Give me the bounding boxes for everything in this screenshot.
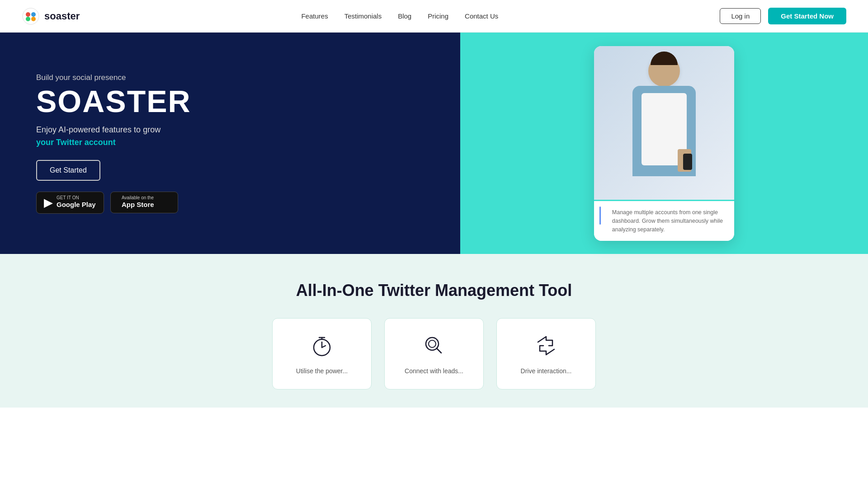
login-button[interactable]: Log in [720, 8, 761, 24]
hero-info-bar [599, 206, 601, 225]
svg-point-1 [26, 12, 30, 17]
feature-card-schedule: Utilise the power... [272, 318, 372, 389]
app-store-button[interactable]: Available on the App Store [110, 192, 178, 213]
hero-cta-button[interactable]: Get Started [36, 160, 100, 181]
store-buttons: ▶ GET IT ON Google Play Available on the… [36, 192, 424, 214]
logo[interactable]: soaster [22, 7, 80, 25]
svg-point-0 [23, 8, 39, 24]
google-play-icon: ▶ [44, 196, 53, 210]
google-play-button[interactable]: ▶ GET IT ON Google Play [36, 192, 104, 214]
app-store-text: Available on the App Store [122, 196, 154, 209]
nav-features[interactable]: Features [301, 12, 328, 20]
hero-left: Build your social presence SOASTER Enjoy… [0, 33, 460, 254]
hero-title: SOASTER [36, 86, 424, 117]
retweet-icon [533, 333, 559, 362]
feature-card-search: Connect with leads... [384, 318, 484, 389]
hero-image [594, 46, 734, 200]
hero-info-text: Manage multiple accounts from one single… [603, 208, 725, 234]
hero-accent: your Twitter account [36, 138, 424, 147]
nav-pricing[interactable]: Pricing [428, 12, 448, 20]
nav-contact[interactable]: Contact Us [465, 12, 498, 20]
svg-point-3 [26, 17, 30, 21]
hero-section: Build your social presence SOASTER Enjoy… [0, 33, 868, 254]
hero-right: Manage multiple accounts from one single… [460, 33, 868, 254]
google-play-text: GET IT ON Google Play [57, 196, 96, 209]
stopwatch-icon [309, 333, 335, 362]
nav-blog[interactable]: Blog [398, 12, 411, 20]
hero-desc: Enjoy AI-powered features to grow [36, 124, 424, 136]
header-actions: Log in Get Started Now [720, 8, 846, 24]
svg-point-4 [31, 17, 36, 21]
logo-text: soaster [44, 10, 80, 22]
features-cards: Utilise the power... Connect with leads.… [36, 318, 832, 389]
feature-label-1: Connect with leads... [405, 367, 463, 375]
search-icon [421, 333, 447, 362]
svg-point-11 [429, 340, 436, 347]
features-title: All-In-One Twitter Management Tool [36, 281, 832, 300]
svg-point-2 [31, 12, 36, 17]
feature-label-0: Utilise the power... [296, 367, 348, 375]
logo-icon [22, 7, 40, 25]
feature-card-retweet: Drive interaction... [496, 318, 596, 389]
hero-image-card: Manage multiple accounts from one single… [594, 46, 734, 241]
person-head [648, 55, 680, 87]
get-started-button[interactable]: Get Started Now [768, 8, 846, 24]
header: soaster Features Testimonials Blog Prici… [0, 0, 868, 33]
person-illustration [619, 51, 709, 195]
feature-label-2: Drive interaction... [521, 367, 572, 375]
svg-line-12 [437, 348, 441, 353]
main-nav: Features Testimonials Blog Pricing Conta… [301, 12, 498, 20]
nav-testimonials[interactable]: Testimonials [344, 12, 382, 20]
hero-info-card: Manage multiple accounts from one single… [594, 200, 734, 241]
features-section: All-In-One Twitter Management Tool Utili… [0, 254, 868, 408]
hero-subtitle: Build your social presence [36, 73, 424, 82]
